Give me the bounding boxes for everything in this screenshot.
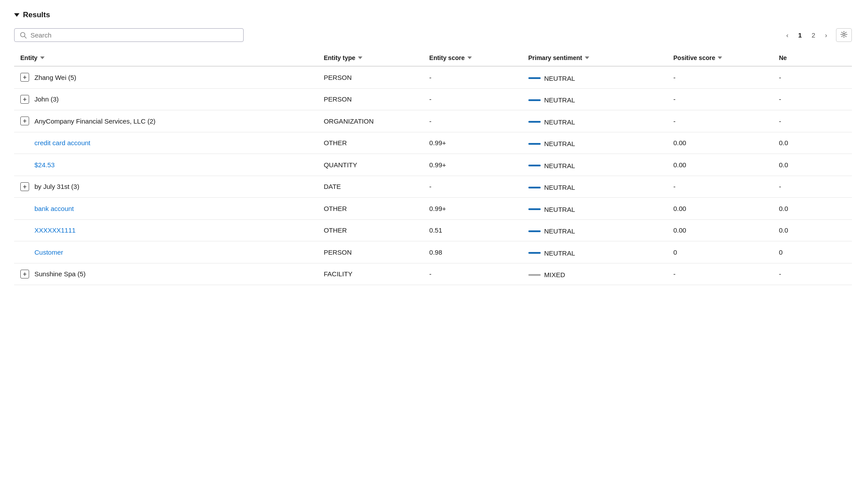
type-cell-row-john: PERSON bbox=[317, 88, 423, 110]
positive-cell-row-zhang-wei: - bbox=[667, 66, 773, 88]
sentiment-text-row-customer: NEUTRAL bbox=[544, 249, 575, 257]
page-1-button[interactable]: 1 bbox=[794, 30, 805, 41]
positive-cell-row-24-53: 0.00 bbox=[667, 154, 773, 176]
positive-cell-row-sunshine-spa: - bbox=[667, 263, 773, 285]
svg-line-1 bbox=[25, 36, 26, 38]
entity-text-row-john: John (3) bbox=[34, 95, 59, 103]
score-cell-row-24-53: 0.99+ bbox=[423, 154, 522, 176]
positive-cell-row-july-31st: - bbox=[667, 176, 773, 198]
table-row: CustomerPERSON0.98NEUTRAL00 bbox=[14, 241, 852, 263]
col-header-type[interactable]: Entity type bbox=[317, 50, 423, 66]
sentiment-text-row-sunshine-spa: MIXED bbox=[544, 271, 565, 278]
table-row: credit card accountOTHER0.99+NEUTRAL0.00… bbox=[14, 132, 852, 154]
sentiment-line-row-john bbox=[528, 99, 541, 101]
sentiment-text-row-zhang-wei: NEUTRAL bbox=[544, 75, 575, 82]
expand-button-row-anycompany[interactable]: + bbox=[20, 117, 29, 125]
sentiment-text-row-anycompany: NEUTRAL bbox=[544, 118, 575, 126]
entity-link-row-xxxxxx1111[interactable]: XXXXXX1111 bbox=[34, 226, 75, 234]
score-cell-row-xxxxxx1111: 0.51 bbox=[423, 219, 522, 241]
col-header-score[interactable]: Entity score bbox=[423, 50, 522, 66]
pagination: ‹ 1 2 › bbox=[783, 28, 852, 42]
score-cell-row-july-31st: - bbox=[423, 176, 522, 198]
sentiment-cell-row-xxxxxx1111: NEUTRAL bbox=[522, 219, 667, 241]
type-cell-row-customer: PERSON bbox=[317, 241, 423, 263]
settings-button[interactable] bbox=[836, 28, 852, 42]
gear-icon bbox=[840, 31, 847, 38]
results-section: Results ‹ 1 2 › bbox=[14, 11, 852, 285]
negative-cell-row-xxxxxx1111: 0.0 bbox=[773, 219, 852, 241]
entity-link-row-customer[interactable]: Customer bbox=[34, 248, 63, 256]
type-cell-row-24-53: QUANTITY bbox=[317, 154, 423, 176]
results-table: Entity Entity type Entity score bbox=[14, 50, 852, 285]
col-header-positive[interactable]: Positive score bbox=[667, 50, 773, 66]
prev-page-button[interactable]: ‹ bbox=[783, 30, 792, 41]
expand-button-row-zhang-wei[interactable]: + bbox=[20, 73, 29, 82]
score-cell-row-bank-account: 0.99+ bbox=[423, 198, 522, 220]
sentiment-text-row-john: NEUTRAL bbox=[544, 96, 575, 104]
sentiment-cell-row-anycompany: NEUTRAL bbox=[522, 110, 667, 132]
sentiment-line-row-xxxxxx1111 bbox=[528, 230, 541, 232]
entity-link-row-credit-card[interactable]: credit card account bbox=[34, 139, 90, 147]
sort-icon-positive bbox=[718, 56, 722, 59]
entity-text-row-anycompany: AnyCompany Financial Services, LLC (2) bbox=[34, 117, 155, 125]
page-2-button[interactable]: 2 bbox=[808, 30, 819, 41]
sentiment-text-row-credit-card: NEUTRAL bbox=[544, 140, 575, 147]
expand-button-row-sunshine-spa[interactable]: + bbox=[20, 270, 29, 278]
sort-icon-type bbox=[358, 56, 362, 59]
entity-cell-row-july-31st: +by July 31st (3) bbox=[14, 176, 317, 198]
sentiment-cell-row-john: NEUTRAL bbox=[522, 88, 667, 110]
entity-link-row-bank-account[interactable]: bank account bbox=[34, 205, 74, 212]
score-cell-row-anycompany: - bbox=[423, 110, 522, 132]
negative-cell-row-sunshine-spa: - bbox=[773, 263, 852, 285]
entity-cell-row-sunshine-spa: +Sunshine Spa (5) bbox=[14, 263, 317, 285]
entity-cell-row-credit-card: credit card account bbox=[14, 132, 317, 154]
entity-cell-row-zhang-wei: +Zhang Wei (5) bbox=[14, 66, 317, 88]
negative-cell-row-customer: 0 bbox=[773, 241, 852, 263]
negative-cell-row-credit-card: 0.0 bbox=[773, 132, 852, 154]
type-cell-row-july-31st: DATE bbox=[317, 176, 423, 198]
entity-cell-row-john: +John (3) bbox=[14, 88, 317, 110]
score-cell-row-credit-card: 0.99+ bbox=[423, 132, 522, 154]
expand-button-row-july-31st[interactable]: + bbox=[20, 182, 29, 191]
type-cell-row-xxxxxx1111: OTHER bbox=[317, 219, 423, 241]
search-input[interactable] bbox=[30, 31, 238, 39]
type-cell-row-anycompany: ORGANIZATION bbox=[317, 110, 423, 132]
col-header-entity[interactable]: Entity bbox=[14, 50, 317, 66]
sentiment-line-row-24-53 bbox=[528, 165, 541, 166]
negative-cell-row-anycompany: - bbox=[773, 110, 852, 132]
results-title: Results bbox=[23, 11, 50, 19]
expand-button-row-john[interactable]: + bbox=[20, 95, 29, 104]
sort-icon-entity bbox=[40, 56, 45, 59]
svg-point-2 bbox=[843, 34, 845, 36]
search-box bbox=[14, 28, 244, 42]
table-row: +by July 31st (3)DATE-NEUTRAL-- bbox=[14, 176, 852, 198]
negative-cell-row-bank-account: 0.0 bbox=[773, 198, 852, 220]
entity-text-row-sunshine-spa: Sunshine Spa (5) bbox=[34, 270, 86, 278]
sentiment-cell-row-sunshine-spa: MIXED bbox=[522, 263, 667, 285]
type-cell-row-sunshine-spa: FACILITY bbox=[317, 263, 423, 285]
sort-icon-sentiment bbox=[585, 56, 589, 59]
sentiment-line-row-july-31st bbox=[528, 187, 541, 188]
table-row: +Sunshine Spa (5)FACILITY-MIXED-- bbox=[14, 263, 852, 285]
sentiment-line-row-customer bbox=[528, 252, 541, 254]
entity-link-row-24-53[interactable]: $24.53 bbox=[34, 161, 55, 169]
table-row: +AnyCompany Financial Services, LLC (2)O… bbox=[14, 110, 852, 132]
negative-cell-row-john: - bbox=[773, 88, 852, 110]
negative-cell-row-zhang-wei: - bbox=[773, 66, 852, 88]
type-cell-row-bank-account: OTHER bbox=[317, 198, 423, 220]
positive-cell-row-anycompany: - bbox=[667, 110, 773, 132]
results-header: Results bbox=[14, 11, 852, 19]
negative-cell-row-24-53: 0.0 bbox=[773, 154, 852, 176]
sentiment-line-row-credit-card bbox=[528, 143, 541, 145]
positive-cell-row-bank-account: 0.00 bbox=[667, 198, 773, 220]
next-page-button[interactable]: › bbox=[821, 30, 831, 41]
col-header-sentiment[interactable]: Primary sentiment bbox=[522, 50, 667, 66]
positive-cell-row-xxxxxx1111: 0.00 bbox=[667, 219, 773, 241]
score-cell-row-sunshine-spa: - bbox=[423, 263, 522, 285]
sentiment-line-row-bank-account bbox=[528, 208, 541, 210]
entity-cell-row-anycompany: +AnyCompany Financial Services, LLC (2) bbox=[14, 110, 317, 132]
collapse-icon[interactable] bbox=[14, 13, 19, 17]
sentiment-text-row-24-53: NEUTRAL bbox=[544, 162, 575, 169]
search-icon bbox=[20, 32, 27, 39]
type-cell-row-zhang-wei: PERSON bbox=[317, 66, 423, 88]
